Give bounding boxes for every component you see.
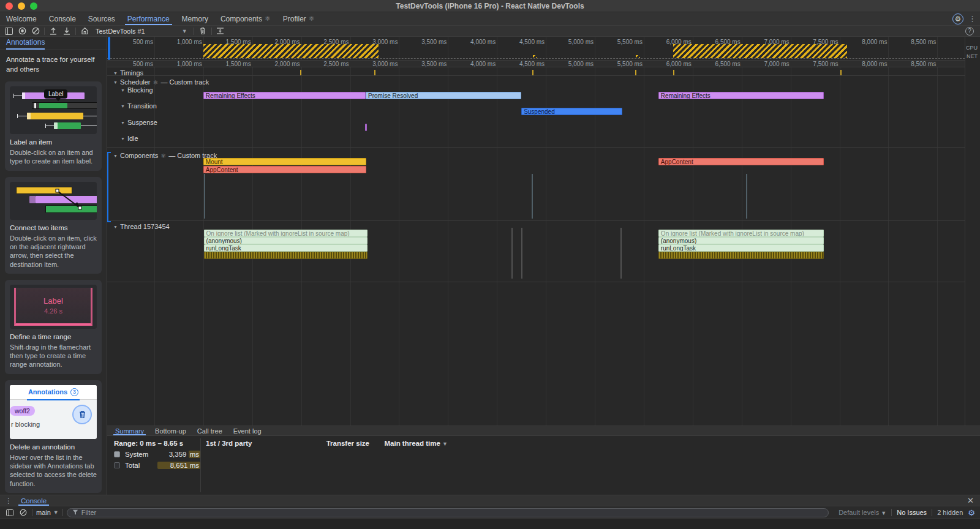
collapse-triangle-icon: ▼ bbox=[113, 71, 118, 75]
ruler-tick-label: 500 ms bbox=[110, 39, 153, 45]
settings-gear-icon[interactable]: ⚙ bbox=[952, 13, 963, 24]
track-header-timings[interactable]: ▼Timings bbox=[113, 69, 143, 77]
system-swatch[interactable] bbox=[114, 451, 120, 457]
flame-event[interactable]: runLongTask bbox=[204, 244, 368, 252]
flamechart-plot[interactable]: 500 ms1,000 ms1,500 ms2,000 ms2,500 ms3,… bbox=[107, 37, 965, 426]
main-ruler: 500 ms1,000 ms1,500 ms2,000 ms2,500 ms3,… bbox=[107, 60, 965, 67]
total-swatch[interactable] bbox=[114, 462, 120, 468]
load-profile-icon[interactable] bbox=[48, 27, 58, 36]
react-atom-icon: ⚛ bbox=[265, 15, 271, 23]
record-icon[interactable] bbox=[17, 27, 27, 36]
clear-console-icon[interactable] bbox=[18, 508, 28, 517]
tab-profiler[interactable]: Profiler⚛ bbox=[277, 12, 321, 25]
flame-event[interactable] bbox=[365, 124, 367, 131]
more-options-kebab-icon[interactable]: ⋮ bbox=[968, 14, 976, 23]
track-header-scheduler[interactable]: ▼Scheduler⚛— Custom track bbox=[113, 78, 209, 86]
timings-marker[interactable] bbox=[635, 70, 636, 75]
help-icon[interactable]: ? bbox=[965, 27, 974, 36]
tab-memory[interactable]: Memory bbox=[176, 12, 214, 25]
timings-marker[interactable] bbox=[840, 70, 842, 75]
save-profile-icon[interactable] bbox=[62, 27, 72, 36]
tab-performance[interactable]: Performance bbox=[121, 12, 176, 25]
console-messages-area[interactable] bbox=[0, 519, 980, 529]
tab-annotations[interactable]: Annotations bbox=[6, 38, 45, 48]
console-settings-gear-icon[interactable]: ⚙ bbox=[968, 508, 975, 517]
timings-marker[interactable] bbox=[673, 70, 674, 75]
grid-line bbox=[840, 37, 840, 426]
flame-event[interactable]: Promise Resolved bbox=[366, 92, 521, 99]
tab-welcome[interactable]: Welcome bbox=[0, 12, 43, 25]
bottom-tab-summary[interactable]: Summary bbox=[110, 426, 149, 435]
timings-marker[interactable] bbox=[300, 70, 301, 75]
log-levels-select[interactable]: Default levels ▼ bbox=[839, 509, 886, 516]
track-header-suspense[interactable]: ▼Suspense bbox=[121, 119, 157, 126]
zoom-window-button[interactable] bbox=[30, 2, 37, 10]
collect-garbage-icon[interactable] bbox=[198, 27, 208, 36]
card-title: Label an item bbox=[10, 138, 97, 146]
track-header-components[interactable]: ▼Components⚛— Custom track bbox=[113, 152, 217, 159]
titlebar: TestDevTools (iPhone 16 Pro) - React Nat… bbox=[0, 0, 980, 12]
ruler-tick-label: 1,000 ms bbox=[159, 39, 202, 45]
flame-event[interactable]: AppContent bbox=[203, 166, 366, 173]
flame-event[interactable]: runLongTask bbox=[658, 244, 824, 252]
party-col-transfer[interactable]: Transfer size bbox=[302, 440, 369, 447]
close-window-button[interactable] bbox=[6, 2, 13, 10]
party-col-name: 1st / 3rd party bbox=[206, 440, 302, 447]
overview-window-handle[interactable] bbox=[108, 37, 110, 60]
components-minor-event[interactable] bbox=[532, 174, 533, 219]
ruler-tick-label: 4,500 ms bbox=[502, 61, 545, 67]
flame-event[interactable]: On ignore list (Marked with ignoreList i… bbox=[204, 230, 368, 237]
flame-event[interactable]: On ignore list (Marked with ignoreList i… bbox=[658, 230, 824, 237]
tab-sources[interactable]: Sources bbox=[82, 12, 121, 25]
flame-event[interactable]: Remaining Effects bbox=[203, 92, 366, 99]
hidden-messages-count[interactable]: 2 hidden bbox=[937, 509, 963, 516]
clear-icon[interactable] bbox=[31, 27, 40, 36]
ruler-tick-label: 1,500 ms bbox=[208, 61, 251, 67]
tab-components[interactable]: Components⚛ bbox=[214, 12, 277, 25]
thread-minor-event[interactable] bbox=[521, 228, 522, 279]
timings-marker[interactable] bbox=[532, 70, 533, 75]
collapse-triangle-icon: ▼ bbox=[121, 121, 125, 125]
flame-event[interactable] bbox=[204, 252, 368, 259]
target-select[interactable]: TestDevTools #1 ▼ bbox=[93, 28, 190, 35]
ruler-tick-label: 3,000 ms bbox=[355, 61, 398, 67]
close-drawer-icon[interactable]: ✕ bbox=[967, 496, 974, 505]
minimize-window-button[interactable] bbox=[18, 2, 25, 10]
flame-event[interactable]: AppContent bbox=[658, 158, 824, 165]
console-sidebar-icon[interactable] bbox=[5, 508, 15, 517]
home-icon[interactable] bbox=[80, 27, 89, 36]
bottom-tab-call-tree[interactable]: Call tree bbox=[192, 426, 228, 435]
flame-event[interactable]: Mount bbox=[203, 158, 366, 165]
flame-event[interactable]: (anonymous) bbox=[204, 237, 368, 244]
drawer-kebab-icon[interactable]: ⋮ bbox=[5, 497, 12, 505]
summary-row-total[interactable]: Total 8,651 ms bbox=[114, 462, 200, 469]
timings-marker[interactable] bbox=[374, 70, 375, 75]
summary-row-system[interactable]: System 3,359 ms bbox=[114, 451, 200, 458]
flame-event[interactable]: Remaining Effects bbox=[658, 92, 824, 99]
tab-console[interactable]: Console bbox=[43, 12, 82, 25]
track-header-thread[interactable]: ▼Thread 1573454 bbox=[113, 223, 170, 230]
split-view-icon[interactable] bbox=[216, 27, 225, 36]
ruler-tick-label: 4,000 ms bbox=[453, 39, 496, 45]
js-context-selector[interactable]: main ▼ bbox=[36, 509, 59, 516]
components-minor-event[interactable] bbox=[204, 174, 205, 219]
components-minor-event[interactable] bbox=[746, 174, 747, 219]
issues-counter[interactable]: No Issues bbox=[897, 509, 927, 516]
thread-minor-event[interactable] bbox=[511, 228, 513, 279]
track-header-idle[interactable]: ▼Idle bbox=[121, 135, 138, 142]
flame-event[interactable]: (anonymous) bbox=[658, 237, 824, 244]
track-header-blocking[interactable]: ▼Blocking bbox=[121, 86, 153, 94]
thread-minor-event[interactable] bbox=[620, 228, 622, 279]
ruler-tick-label: 2,500 ms bbox=[306, 61, 349, 67]
console-filter-input[interactable]: Filter bbox=[67, 508, 829, 517]
flame-event[interactable]: Suspended bbox=[521, 108, 622, 115]
summary-panel: Range: 0 ms – 8.65 s System 3,359 ms Tot… bbox=[107, 436, 980, 495]
drawer-tab-console[interactable]: Console bbox=[17, 495, 50, 506]
toggle-sidebar-icon[interactable] bbox=[4, 27, 13, 36]
flame-event[interactable] bbox=[658, 252, 824, 259]
track-header-transition[interactable]: ▼Transition bbox=[121, 102, 157, 110]
bottom-tab-event-log[interactable]: Event log bbox=[228, 426, 267, 435]
grid-line bbox=[937, 37, 938, 426]
bottom-tab-bottom-up[interactable]: Bottom-up bbox=[149, 426, 192, 435]
party-col-mainthread[interactable]: Main thread time ▼ bbox=[369, 440, 448, 447]
